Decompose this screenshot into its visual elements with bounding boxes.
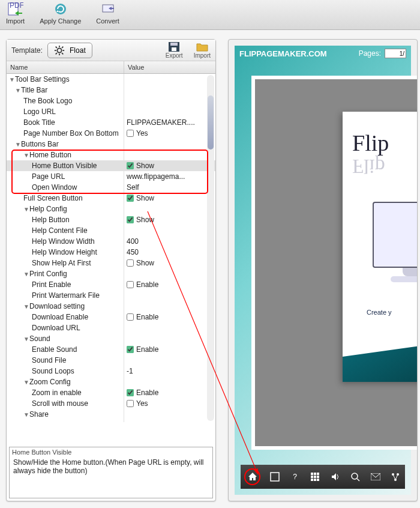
brand-label: FLIPPAGEMAKER.COM [239,49,327,58]
node-share-button[interactable]: Share Button [38,421,80,423]
val-page-url[interactable]: www.flippagema... [124,171,215,182]
val-help-h[interactable]: 450 [124,247,215,258]
node-sound[interactable]: Sound [29,334,50,343]
help-icon: ? [293,473,297,481]
sound-button[interactable] [329,471,341,483]
fullscreen-button[interactable] [269,471,281,483]
node-show-help-first[interactable]: Show Help At First [32,259,91,267]
cb-show-help-first[interactable] [127,259,134,267]
preview-area: FLIPPAGEMAKER.COM Pages: Flip Flip Creat… [235,46,411,495]
node-zoom-config[interactable]: Zoom Config [29,378,71,386]
node-book-title[interactable]: Book Title [23,118,55,127]
node-print-enable[interactable]: Print Enable [32,280,71,289]
desc-text: Show/Hide the Home button.(When Page URL… [10,457,212,476]
convert-icon [100,2,116,16]
svg-line-12 [62,46,63,47]
flip-page[interactable]: Flip Flip Create y [343,112,418,382]
node-help-h[interactable]: Help Window Height [32,248,97,256]
svg-rect-17 [311,473,313,475]
cb-enable-sound[interactable] [127,346,134,353]
apply-change-button[interactable]: Apply Change [40,2,81,28]
svg-line-11 [56,53,57,54]
node-title-bar[interactable]: Title Bar [21,86,47,94]
svg-rect-16 [271,473,279,481]
share-button[interactable] [390,471,402,483]
import-button[interactable]: PDF Import [6,2,25,28]
node-help-w[interactable]: Help Window Width [32,237,95,246]
node-help-config[interactable]: Help Config [29,205,67,213]
import-settings-button[interactable]: Import [194,41,211,59]
cb-home-visible[interactable] [127,162,134,169]
desc-title: Home Button Visible [10,447,212,457]
svg-line-27 [357,479,359,481]
svg-text:PDF: PDF [10,2,23,10]
pages-input[interactable] [385,49,406,58]
node-open-window[interactable]: Open Window [32,183,77,192]
cb-zoom-in[interactable] [127,389,134,396]
node-page-url[interactable]: Page URL [32,172,65,181]
col-name-header[interactable]: Name [7,61,124,73]
node-help-content[interactable]: Help Content File [32,226,88,235]
sound-icon [331,472,340,482]
cb-page-num[interactable] [127,130,134,137]
home-icon [247,471,258,482]
node-print-wm[interactable]: Print Wartermark File [32,291,100,300]
col-value-header[interactable]: Value [124,61,215,73]
zoom-button[interactable] [349,471,361,483]
svg-line-10 [62,53,63,54]
svg-point-2 [55,4,66,14]
cb-help-button[interactable] [127,216,134,223]
node-print-config[interactable]: Print Config [29,270,67,278]
node-sound-loops[interactable]: Sound Loops [32,367,74,375]
grid-icon [310,472,320,482]
export-label: Export [166,52,183,59]
node-help-button[interactable]: Help Button [32,216,70,224]
import-label: Import [6,17,25,25]
template-name: Float [70,46,86,55]
node-logo-url[interactable]: Logo URL [23,107,56,116]
node-full-screen[interactable]: Full Screen Button [23,194,83,202]
node-enable-sound[interactable]: Enable Sound [32,345,77,354]
export-settings-button[interactable]: Export [166,41,183,59]
settings-panel: Template: Float Export Import Name Value… [6,39,216,501]
node-zoom-in[interactable]: Zoom in enable [32,389,82,397]
template-select-button[interactable]: Float [47,43,92,58]
thumbnails-button[interactable] [309,471,321,483]
node-page-num-box[interactable]: Page Number Box On Bottom [23,129,119,138]
val-help-w[interactable]: 400 [124,236,215,247]
floppy-icon [167,41,181,52]
convert-button[interactable]: Convert [96,2,119,28]
node-toolbar-settings[interactable]: Tool Bar Settings [15,75,70,83]
svg-rect-24 [314,479,316,481]
node-book-logo[interactable]: The Book Logo [23,97,72,105]
help-button[interactable]: ? [289,471,301,483]
svg-rect-22 [317,476,319,478]
node-buttons-bar[interactable]: Buttons Bar [21,140,59,148]
node-sound-file[interactable]: Sound File [32,356,66,364]
svg-rect-23 [311,479,313,481]
val-sound-loops[interactable]: -1 [124,366,215,376]
pages-label: Pages: [359,49,381,58]
cb-print-enable[interactable] [127,281,134,288]
email-button[interactable] [370,471,382,483]
svg-line-9 [56,46,57,47]
node-share[interactable]: Share [29,410,49,419]
node-home-visible[interactable]: Home Button Visible [32,162,97,170]
cb-download-enable[interactable] [127,313,134,321]
val-book-title[interactable]: FLIPPAGEMAKER.... [124,117,215,128]
cb-full-screen[interactable] [127,195,134,202]
tree-scrollbar[interactable] [207,75,214,421]
settings-tree[interactable]: ▼Tool Bar Settings ▼Title Bar The Book L… [7,74,215,422]
node-download-setting[interactable]: Download setting [29,302,85,310]
node-download-enable[interactable]: Download Enable [32,313,88,321]
node-scroll-mouse[interactable]: Scroll with mouse [32,399,88,408]
monitor-foot [391,276,418,282]
scroll-thumb[interactable] [208,95,214,150]
pdf-import-icon: PDF [7,2,24,16]
home-button[interactable] [247,471,259,483]
cb-scroll-mouse[interactable] [127,400,134,407]
convert-label: Convert [96,17,119,25]
share-icon [391,472,400,482]
node-download-url[interactable]: Download URL [32,324,80,332]
node-home-button[interactable]: Home Button [29,151,71,159]
